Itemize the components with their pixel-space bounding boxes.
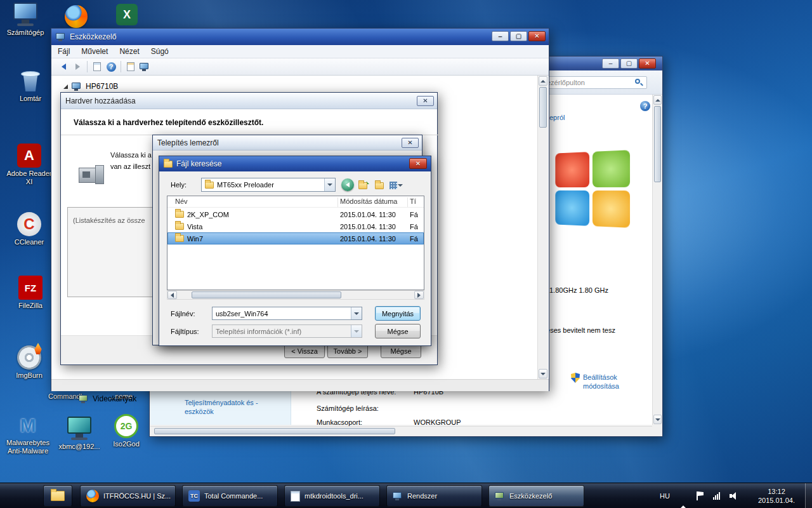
file-row[interactable]: Vista 2015.01.04. 11:30 Fá bbox=[167, 220, 424, 232]
scroll-thumb[interactable] bbox=[154, 428, 395, 434]
maximize-button[interactable]: ▢ bbox=[620, 58, 638, 69]
close-button[interactable]: ✕ bbox=[417, 96, 434, 106]
language-indicator[interactable]: HU bbox=[660, 492, 670, 500]
windows-edition-link-fragment[interactable]: epról bbox=[549, 114, 565, 121]
column-header-modified[interactable]: Módosítás dátuma bbox=[340, 197, 398, 205]
menu-view[interactable]: Nézet bbox=[119, 47, 139, 56]
desktop-icon-label: Iso2God bbox=[103, 440, 150, 448]
expander-icon[interactable] bbox=[63, 84, 68, 89]
menu-action[interactable]: Művelet bbox=[81, 47, 108, 56]
taskbar-explorer-button[interactable] bbox=[43, 485, 72, 507]
wizard-titlebar[interactable]: Hardver hozzáadása ✕ bbox=[61, 93, 437, 109]
column-header-name[interactable]: Név bbox=[175, 197, 188, 205]
firefox-icon bbox=[86, 490, 99, 502]
device-manager-titlebar[interactable]: Eszközkezelő – ▢ ✕ bbox=[51, 29, 549, 45]
up-one-level-button[interactable] bbox=[357, 180, 370, 191]
search-icon[interactable] bbox=[635, 79, 643, 87]
file-modified: 2015.01.04. 11:30 bbox=[340, 235, 396, 243]
desktop-icon-ccleaner[interactable]: C CCleaner bbox=[5, 212, 53, 246]
scroll-down-arrow[interactable] bbox=[653, 415, 662, 424]
forward-icon[interactable] bbox=[70, 60, 84, 73]
firefox-icon bbox=[65, 5, 88, 28]
taskbar-button-firefox[interactable]: ITFRÖCCS.HU | Sz... bbox=[80, 485, 176, 507]
network-icon[interactable] bbox=[713, 492, 720, 500]
menu-file[interactable]: Fájl bbox=[58, 47, 70, 56]
scroll-right-arrow[interactable] bbox=[414, 291, 424, 299]
desktop-icon-iso2god[interactable]: 2G Iso2God bbox=[103, 414, 150, 448]
show-hidden-icons-button[interactable] bbox=[680, 495, 686, 506]
change-settings-link[interactable]: Beállítások módosítása bbox=[583, 373, 627, 391]
taskbar-button-device-manager[interactable]: Eszközkezelő bbox=[488, 485, 584, 507]
close-button[interactable]: ✕ bbox=[402, 138, 419, 148]
maximize-button[interactable]: ▢ bbox=[510, 31, 527, 41]
dialog-title: Telepítés lemezről bbox=[157, 138, 219, 147]
vertical-scrollbar[interactable] bbox=[652, 95, 662, 425]
scroll-thumb[interactable] bbox=[192, 291, 341, 298]
desktop-icon-malwarebytes[interactable]: M Malwarebytes Anti-Malware bbox=[1, 414, 55, 455]
minimize-button[interactable]: – bbox=[602, 58, 619, 69]
performance-tools-link[interactable]: Teljesítményadatok és -eszközök bbox=[185, 398, 268, 416]
scroll-thumb[interactable] bbox=[654, 106, 661, 182]
horizontal-scrollbar[interactable] bbox=[150, 426, 652, 436]
tree-vertical-scrollbar[interactable] bbox=[537, 76, 548, 379]
scroll-up-arrow[interactable] bbox=[539, 76, 547, 86]
show-desktop-button[interactable] bbox=[805, 483, 812, 508]
folder-icon bbox=[175, 211, 184, 218]
file-name: Win7 bbox=[187, 235, 203, 243]
dropdown-arrow-icon[interactable] bbox=[351, 307, 362, 319]
iso2god-icon: 2G bbox=[114, 414, 138, 438]
minimize-button[interactable]: – bbox=[492, 31, 509, 41]
dropdown-arrow-icon[interactable] bbox=[324, 178, 335, 191]
taskbar-button-mtkdroidtools[interactable]: mtkdroidtools_dri... bbox=[284, 485, 380, 507]
clock[interactable]: 13:12 2015.01.04. bbox=[752, 487, 801, 505]
tree-root-computer[interactable]: HP6710B bbox=[63, 82, 118, 91]
help-icon[interactable]: ? bbox=[640, 101, 650, 111]
open-button[interactable]: Megnyitás bbox=[375, 306, 421, 321]
column-header-type[interactable]: Tí bbox=[410, 197, 416, 205]
back-button[interactable] bbox=[341, 178, 354, 191]
locate-file-titlebar[interactable]: Fájl keresése ✕ bbox=[159, 156, 431, 171]
file-list-horizontal-scrollbar[interactable] bbox=[167, 290, 424, 300]
tree-item-display-adapters[interactable]: Videokártyák bbox=[79, 394, 136, 403]
folder-icon bbox=[205, 182, 214, 189]
file-row-selected[interactable]: Win7 2015.01.04. 11:30 Fá bbox=[167, 232, 424, 244]
window-title: Eszközkezelő bbox=[70, 32, 116, 41]
scan-hardware-icon[interactable] bbox=[138, 60, 152, 73]
desktop-icon-filezilla[interactable]: FZ FileZilla bbox=[6, 276, 55, 310]
desktop: Számítógép X Lomtár A Adobe Reader XI C … bbox=[0, 0, 812, 508]
filetype-combobox: Telepítési információk (*.inf) bbox=[212, 324, 362, 338]
desktop-icon-firefox[interactable] bbox=[61, 5, 91, 28]
desktop-icon-xbmc[interactable]: xbmc@192... bbox=[56, 417, 103, 451]
new-folder-icon bbox=[375, 182, 384, 189]
taskbar-button-system[interactable]: Rendszer bbox=[386, 485, 482, 507]
close-button[interactable]: ✕ bbox=[639, 58, 656, 69]
view-menu-button[interactable] bbox=[388, 179, 405, 191]
scroll-up-arrow[interactable] bbox=[653, 95, 662, 105]
location-combobox[interactable]: MT65xx Preloader bbox=[201, 178, 336, 192]
file-row[interactable]: 2K_XP_COM 2015.01.04. 11:30 Fá bbox=[167, 208, 424, 220]
desktop-icon-computer[interactable]: Számítógép bbox=[1, 3, 49, 37]
menu-help[interactable]: Súgó bbox=[151, 47, 169, 56]
install-disk-titlebar[interactable]: Telepítés lemezről ✕ bbox=[153, 135, 422, 150]
file-type: Fá bbox=[410, 223, 418, 231]
close-button[interactable]: ✕ bbox=[409, 158, 427, 169]
scroll-thumb[interactable] bbox=[539, 87, 547, 128]
back-icon[interactable] bbox=[56, 60, 70, 73]
properties-icon[interactable] bbox=[124, 60, 138, 73]
help-icon[interactable]: ? bbox=[104, 60, 118, 73]
close-button[interactable]: ✕ bbox=[528, 31, 546, 41]
console-window-icon[interactable] bbox=[90, 60, 104, 73]
new-folder-button[interactable] bbox=[373, 180, 386, 191]
desktop-icon-adobe-reader[interactable]: A Adobe Reader XI bbox=[4, 144, 55, 186]
scroll-left-arrow[interactable] bbox=[167, 291, 177, 299]
filename-combobox[interactable]: usb2ser_Win764 bbox=[212, 307, 362, 320]
search-box[interactable]: ezérlőpulton bbox=[543, 76, 647, 89]
change-settings[interactable]: Beállítások módosítása bbox=[571, 373, 627, 391]
desktop-icon-excel[interactable]: X bbox=[113, 4, 141, 25]
taskbar-button-total-commander[interactable]: TC Total Commande... bbox=[182, 485, 278, 507]
cancel-button[interactable]: Mégse bbox=[375, 324, 421, 338]
file-modified: 2015.01.04. 11:30 bbox=[340, 211, 396, 218]
desktop-icon-imgburn[interactable]: ImgBurn bbox=[5, 345, 53, 380]
scroll-down-arrow[interactable] bbox=[539, 369, 547, 378]
desktop-icon-recycle-bin[interactable]: Lomtár bbox=[8, 69, 53, 103]
